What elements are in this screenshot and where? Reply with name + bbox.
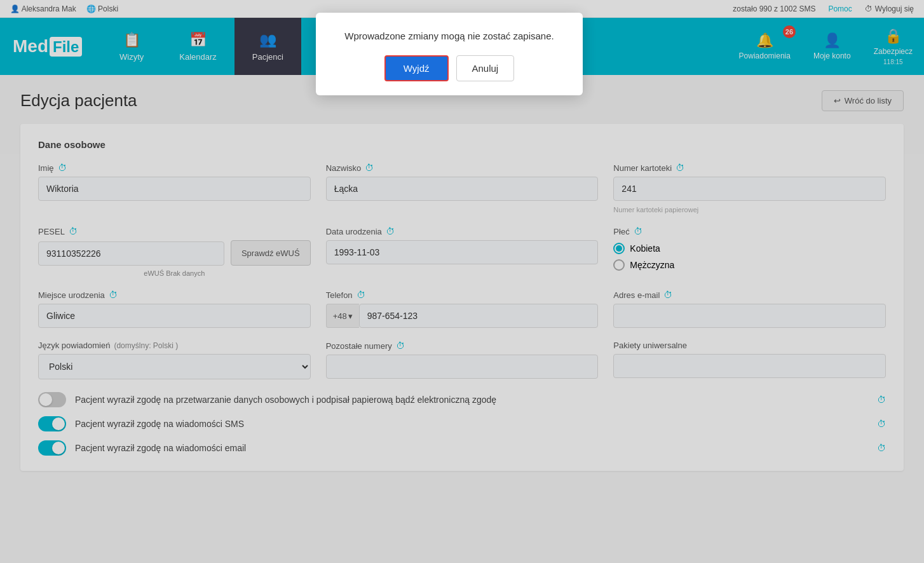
cancel-exit-button[interactable]: Anuluj [456, 55, 515, 81]
dialog-box: Wprowadzone zmiany mogą nie zostać zapis… [316, 13, 583, 95]
dialog-message: Wprowadzone zmiany mogą nie zostać zapis… [336, 31, 562, 41]
confirm-exit-button[interactable]: Wyjdź [384, 55, 449, 81]
dialog-buttons: Wyjdź Anuluj [336, 55, 562, 81]
dialog-overlay: Wprowadzone zmiany mogą nie zostać zapis… [0, 0, 924, 563]
